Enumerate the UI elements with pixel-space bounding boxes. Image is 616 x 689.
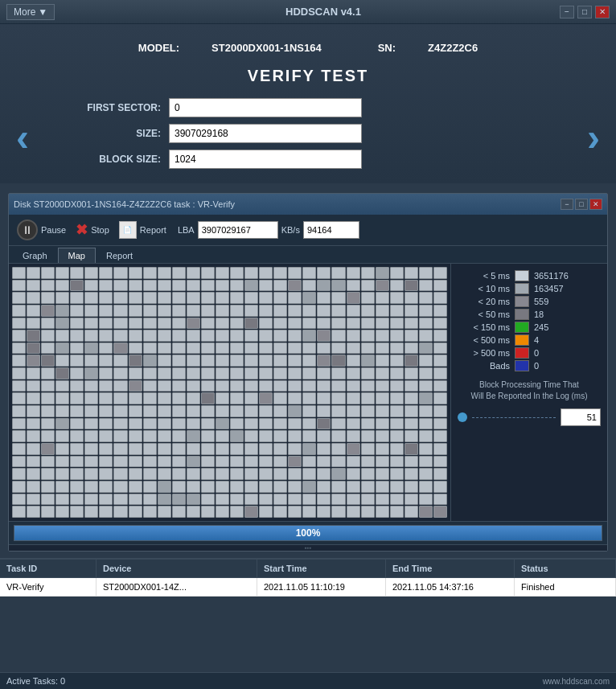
grid-cell [41,443,55,455]
grid-cell [99,481,113,493]
grid-cell [244,405,258,417]
grid-cell [70,443,84,455]
grid-cell [347,405,360,417]
grid-cell [187,305,200,317]
grid-cell [84,305,98,317]
grid-cell [27,367,40,379]
grid-cell [244,481,258,493]
grid-cell [273,443,287,455]
grid-cell [347,506,360,518]
grid-cell [216,392,229,404]
pause-button[interactable]: ⏸ Pause [14,218,69,242]
stop-button[interactable]: ✖ Stop [72,219,113,240]
grid-cell [187,468,200,480]
sub-close-button[interactable]: ✕ [589,199,602,210]
tab-map[interactable]: Map [58,248,96,263]
grid-cell [317,481,331,493]
grid-cell [433,392,447,404]
grid-cell [259,494,273,506]
table-row[interactable]: VR-Verify ST2000DX001-14Z... 2021.11.05 … [0,578,616,597]
grid-cell [70,456,84,468]
grid-cell [143,468,157,480]
grid-cell [390,380,404,392]
th-end-time: End Time [386,560,515,577]
grid-cell [129,392,142,404]
grid-cell [41,280,55,292]
report-button[interactable]: 📄 Report [116,219,170,240]
kbs-label: KB/s [281,225,300,235]
grid-cell [158,292,171,304]
nav-arrow-right[interactable]: › [587,115,600,159]
nav-arrow-left[interactable]: ‹ [16,115,29,159]
size-input[interactable] [169,124,362,143]
grid-cell [419,443,433,455]
kbs-input[interactable] [303,221,359,239]
first-sector-input[interactable] [169,98,362,117]
grid-cell [113,506,127,518]
grid-cell [347,318,360,330]
grid-cell [433,355,447,367]
grid-cell [84,330,98,342]
grid-cell [129,430,142,442]
grid-cell [201,430,215,442]
grid-cell [405,355,418,367]
grid-cell [201,367,215,379]
grid-cell [113,318,127,330]
test-title: VERIFY TEST [16,60,600,98]
grid-cell [143,342,157,355]
sub-minimize-button[interactable]: − [561,199,573,210]
grid-cell [405,318,418,330]
grid-cell [113,456,127,468]
grid-cell [84,380,98,392]
grid-cell [55,392,69,404]
maximize-button[interactable]: □ [577,6,592,18]
grid-cell [143,418,157,430]
lba-input[interactable] [198,221,278,239]
more-button[interactable]: More ▼ [6,4,55,20]
grid-cell [158,367,171,379]
grid-cell [41,267,55,279]
legend-color-6 [515,347,529,359]
grid-cell [433,494,447,506]
minimize-button[interactable]: − [560,6,574,18]
grid-cell [230,506,244,518]
grid-cell [405,392,418,404]
grid-cell [433,330,447,342]
grid-cell [273,456,287,468]
grid-cell [376,392,389,404]
grid-cell [361,405,375,417]
grid-cell [288,443,302,455]
close-button[interactable]: ✕ [595,6,610,18]
grid-cell [172,280,186,292]
block-size-input[interactable] [169,150,362,169]
grid-cell [70,355,84,367]
resize-handle[interactable]: ▪▪▪ [9,544,607,551]
grid-cell [317,380,331,392]
grid-cell [12,430,26,442]
grid-cell [302,318,316,330]
tab-report[interactable]: Report [96,248,143,263]
grid-cell [317,330,331,342]
grid-cell [27,330,40,342]
grid-cell [172,367,186,379]
grid-cell [99,342,113,355]
sub-maximize-button[interactable]: □ [575,199,588,210]
grid-cell [27,456,40,468]
grid-cell [244,305,258,317]
grid-cell [201,468,215,480]
grid-cell [27,506,40,518]
block-time-input[interactable] [561,408,601,426]
grid-cell [288,430,302,442]
grid-cell [99,280,113,292]
grid-cell [129,494,142,506]
grid-cell [288,342,302,355]
grid-cell [405,443,418,455]
grid-cell [55,342,69,355]
grid-cell [376,305,389,317]
grid-cell [361,342,375,355]
grid-cell [99,367,113,379]
grid-cell [419,481,433,493]
tab-graph[interactable]: Graph [12,248,58,263]
grid-cell [347,305,360,317]
grid-cell [302,380,316,392]
